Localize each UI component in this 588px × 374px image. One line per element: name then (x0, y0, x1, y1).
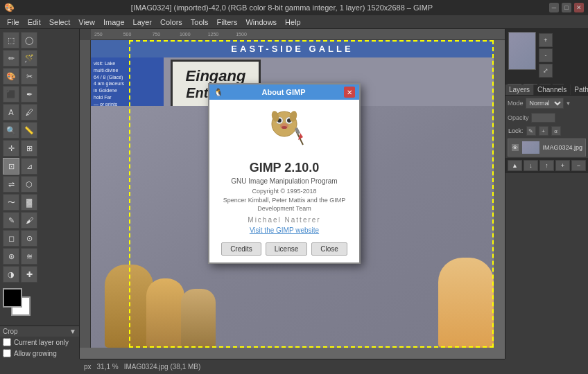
menu-file[interactable]: File (3, 17, 24, 28)
mini-thumbnail-area: + - ⤢ (505, 29, 588, 82)
ruler-corner (80, 29, 91, 40)
title-bar-title: [IMAG0324] (imported)-42,0 (RGB color 8-… (15, 3, 549, 12)
tool-by-color[interactable]: 🎨 (3, 68, 19, 84)
tool-eraser[interactable]: ◻ (3, 230, 19, 247)
status-unit: px (84, 363, 92, 371)
maximize-button[interactable]: □ (562, 3, 571, 12)
menu-tools[interactable]: Tools (187, 17, 213, 28)
lock-alpha-button[interactable]: α (551, 126, 561, 136)
tool-dodge[interactable]: ◑ (3, 266, 19, 283)
tool-pencil[interactable]: ✎ (3, 212, 19, 229)
layer-visibility-toggle[interactable]: 👁 (511, 143, 519, 152)
tab-layers[interactable]: Layers (505, 84, 534, 95)
tool-rect-select[interactable]: ⬚ (3, 32, 19, 48)
credits-button[interactable]: Credits (221, 242, 261, 256)
about-version: GIMP 2.10.0 (250, 161, 320, 175)
tool-crop[interactable]: ⊡ (3, 158, 19, 175)
tab-channels[interactable]: Channels (534, 84, 571, 95)
right-panel: + - ⤢ ⚙ ⟳ Layers Channels Paths Mode (505, 29, 588, 359)
layer-new-button[interactable]: ↑ (539, 160, 554, 171)
layers-panel: Layers Channels Paths Mode Normal ▼ Opac… (505, 84, 588, 359)
tool-options-header: Crop ▼ (0, 326, 79, 337)
current-layer-checkbox[interactable] (3, 338, 11, 346)
layer-remove-button[interactable]: − (571, 160, 586, 171)
tool-warp[interactable]: 〜 (3, 194, 19, 211)
allow-growing-checkbox[interactable] (3, 349, 11, 357)
tool-heal[interactable]: ✚ (21, 266, 37, 283)
minimize-button[interactable]: ─ (549, 3, 559, 12)
tab-paths[interactable]: Paths (571, 84, 588, 95)
close-about-button[interactable]: Close (311, 242, 347, 256)
option-allow-growing: Allow growing (0, 348, 79, 359)
license-button[interactable]: License (266, 242, 307, 256)
tool-fuzzy-select[interactable]: 🪄 (21, 50, 37, 66)
ruler-left (80, 40, 91, 348)
tool-color-picker[interactable]: 🖊 (21, 104, 37, 121)
about-copyright: Copyright © 1995-2018Spencer Kimball, Pe… (222, 187, 347, 213)
tool-options-title: Crop (3, 328, 18, 335)
about-close-button[interactable]: ✕ (344, 87, 355, 98)
tool-ink[interactable]: ⊛ (3, 248, 19, 265)
ruler-top: 250 500 750 1000 1250 1500 (91, 29, 505, 40)
menu-edit[interactable]: Edit (24, 17, 45, 28)
layer-delete-button[interactable]: ↓ (524, 160, 538, 171)
right-panel-top: + - ⤢ ⚙ ⟳ (505, 29, 588, 84)
close-button[interactable]: ✕ (574, 3, 584, 12)
tool-text[interactable]: A (3, 104, 19, 121)
menu-select[interactable]: Select (45, 17, 75, 28)
menu-image[interactable]: Image (99, 17, 129, 28)
opacity-input[interactable]: 100,0 (531, 113, 555, 123)
mode-chevron: ▼ (566, 100, 571, 107)
menu-filters[interactable]: Filters (213, 17, 242, 28)
menu-colors[interactable]: Colors (156, 17, 187, 28)
tool-align[interactable]: ⊞ (21, 140, 37, 157)
tool-zoom[interactable]: 🔍 (3, 122, 19, 139)
tool-move[interactable]: ✛ (3, 140, 19, 157)
mode-select[interactable]: Normal (526, 98, 564, 109)
about-subtitle: GNU Image Manipulation Program (231, 177, 337, 185)
tool-grid: ⬚ ◯ ✏ 🪄 🎨 ✂ ⬛ ✒ A 🖊 🔍 📏 ✛ ⊞ ⊡ ⊿ ⇌ ⬡ 〜 ▓ … (0, 29, 79, 285)
nav-zoom-out[interactable]: - (539, 48, 553, 62)
layer-add-button[interactable]: ▲ (508, 160, 522, 171)
about-website-link[interactable]: Visit the GIMP website (250, 226, 319, 234)
status-filename: IMAG0324.jpg (38,1 MB) (124, 363, 201, 371)
tool-measure[interactable]: 📏 (21, 122, 37, 139)
tool-airbrush[interactable]: ⊙ (21, 230, 37, 247)
tool-paint[interactable]: 🖌 (21, 212, 37, 229)
allow-growing-label: Allow growing (14, 350, 57, 357)
nav-fit[interactable]: ⤢ (539, 64, 553, 78)
option-current-layer: Current layer only (0, 337, 79, 348)
tool-cage[interactable]: ⬡ (21, 176, 37, 193)
menu-layer[interactable]: Layer (129, 17, 157, 28)
menu-windows[interactable]: Windows (241, 17, 281, 28)
tool-scissors[interactable]: ✂ (21, 68, 37, 84)
layer-item: 👁 IMAG0324.jpg (508, 139, 586, 157)
menu-bar: File Edit Select View Image Layer Colors… (0, 15, 588, 29)
about-dialog: 🐧 About GIMP ✕ GI (208, 83, 361, 264)
menu-help[interactable]: Help (281, 17, 305, 28)
tool-free-select[interactable]: ✏ (3, 50, 19, 66)
layers-bottom: ▲ ↓ ↑ + − (505, 158, 588, 173)
lock-position-button[interactable]: + (539, 126, 548, 136)
lock-pixels-button[interactable]: ✎ (526, 126, 536, 136)
foreground-color[interactable] (3, 288, 22, 308)
tool-blend[interactable]: ▓ (21, 194, 37, 211)
tool-options-menu-icon[interactable]: ▼ (69, 328, 76, 335)
status-bar: px 31,1 % IMAG0324.jpg (38,1 MB) (80, 359, 505, 374)
title-bar: 🎨 [IMAG0324] (imported)-42,0 (RGB color … (0, 0, 588, 15)
image-thumbnail (508, 32, 536, 70)
layer-lock-row: Lock: ✎ + α (505, 125, 588, 137)
tool-flip[interactable]: ⇌ (3, 176, 19, 193)
tool-transform[interactable]: ⊿ (21, 158, 37, 175)
tool-foreground-select[interactable]: ⬛ (3, 86, 19, 103)
tool-smudge[interactable]: ≋ (21, 248, 37, 265)
gimp-logo (260, 107, 309, 155)
tool-ellipse-select[interactable]: ◯ (21, 32, 37, 48)
nav-zoom-in[interactable]: + (539, 33, 553, 47)
menu-view[interactable]: View (74, 17, 99, 28)
layer-duplicate-button[interactable]: + (555, 160, 570, 171)
tool-paths[interactable]: ✒ (21, 86, 37, 103)
opacity-options: Opacity 100,0 (505, 111, 588, 125)
about-dialog-icon: 🐧 (214, 88, 223, 97)
about-title-bar: 🐧 About GIMP ✕ (209, 84, 359, 100)
